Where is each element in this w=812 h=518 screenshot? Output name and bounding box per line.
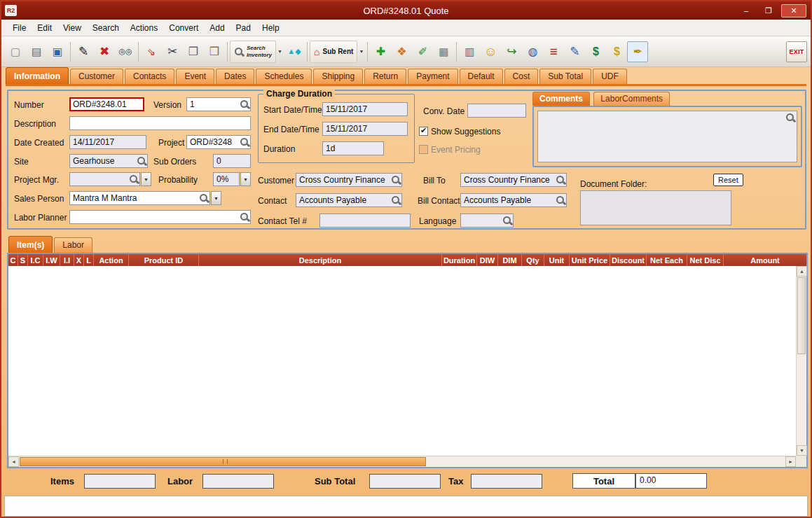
tab-event[interactable]: Event	[176, 69, 214, 84]
version-search-icon[interactable]	[240, 99, 249, 109]
edit-button[interactable]: ✎	[73, 41, 94, 62]
end-datetime-field[interactable]: 15/11/2017	[322, 122, 408, 136]
contact-field[interactable]: Accounts Payable	[296, 193, 402, 207]
sub-rent-button[interactable]: ⌂ Sub Rent	[310, 41, 357, 63]
language-field[interactable]	[460, 214, 514, 227]
menu-actions[interactable]: Actions	[125, 21, 163, 35]
version-field[interactable]: 1	[186, 97, 251, 111]
comments-search-icon[interactable]	[785, 113, 795, 122]
copy-button[interactable]: ❐	[183, 41, 204, 62]
maximize-button[interactable]: ❐	[759, 4, 778, 18]
reset-button[interactable]: Reset	[713, 174, 743, 186]
print-button[interactable]: ▤	[26, 41, 47, 62]
site-search-icon[interactable]	[137, 156, 146, 166]
exit-button[interactable]: EXIT	[786, 41, 807, 62]
search-inventory-dropdown[interactable]: ▼	[276, 41, 284, 62]
customer-search-icon[interactable]	[391, 175, 401, 185]
total-field[interactable]: 0.00	[635, 473, 707, 489]
bill-contact-search-icon[interactable]	[556, 195, 565, 205]
tab-items[interactable]: Item(s)	[8, 236, 53, 253]
site-field[interactable]: Gearhouse	[69, 154, 148, 168]
books-button[interactable]: ≡	[543, 41, 564, 62]
horizontal-scroll-thumb[interactable]	[20, 457, 426, 466]
bill-contact-field[interactable]: Accounts Payable	[460, 193, 567, 207]
contact-search-icon[interactable]	[391, 195, 401, 205]
tab-schedules[interactable]: Schedules	[256, 69, 312, 84]
menu-search[interactable]: Search	[87, 21, 125, 35]
customer-field[interactable]: Cross Country Finance	[296, 173, 402, 187]
tab-udf[interactable]: UDF	[593, 69, 627, 84]
tab-labor-comments[interactable]: LaborComments	[593, 92, 670, 106]
sales-person-dropdown[interactable]: ▼	[211, 191, 221, 205]
probability-dropdown[interactable]: ▼	[240, 172, 251, 186]
paste-button[interactable]: ❒	[204, 41, 225, 62]
menu-add[interactable]: Add	[204, 21, 230, 35]
tax-field[interactable]	[471, 474, 542, 489]
tab-default[interactable]: Default	[460, 69, 503, 84]
fax-button[interactable]: ▥	[459, 41, 480, 62]
start-datetime-field[interactable]: 15/11/2017	[322, 102, 408, 116]
description-field[interactable]	[69, 116, 251, 130]
items-total-field[interactable]	[84, 474, 156, 489]
project-mgr-dropdown[interactable]: ▼	[141, 172, 151, 186]
tab-cost[interactable]: Cost	[504, 69, 539, 84]
comments-textarea[interactable]	[537, 111, 797, 162]
post-dollar-button[interactable]: $	[585, 41, 606, 62]
add-button[interactable]: ✚	[370, 41, 391, 62]
tab-customer[interactable]: Customer	[70, 69, 123, 84]
save-button[interactable]: ▣	[47, 41, 68, 62]
date-created-field[interactable]: 14/11/2017	[69, 135, 146, 149]
sub-rent-dropdown[interactable]: ▼	[357, 41, 365, 62]
items-table-body[interactable]	[8, 266, 796, 456]
close-button[interactable]: ✕	[781, 4, 806, 18]
menu-file[interactable]: File	[7, 21, 32, 35]
menu-convert[interactable]: Convert	[163, 21, 204, 35]
language-search-icon[interactable]	[502, 216, 512, 225]
tab-comments[interactable]: Comments	[532, 92, 590, 106]
scroll-up-button[interactable]: ▲	[797, 266, 807, 276]
tab-contacts[interactable]: Contacts	[125, 69, 174, 84]
menu-pad[interactable]: Pad	[230, 21, 256, 35]
tab-information[interactable]: Information	[6, 67, 69, 84]
globe-button[interactable]: ◍	[522, 41, 543, 62]
vertical-scrollbar[interactable]: ▲ ▼	[796, 266, 806, 456]
menu-help[interactable]: Help	[256, 21, 285, 35]
project-search-icon[interactable]	[240, 137, 249, 147]
group-button[interactable]: ❖	[391, 41, 412, 62]
sales-person-field[interactable]: Mantra M Mantra	[69, 191, 210, 205]
menu-view[interactable]: View	[57, 21, 87, 35]
menu-edit[interactable]: Edit	[32, 21, 57, 35]
document-folder-box[interactable]	[580, 190, 731, 225]
project-mgr-search-icon[interactable]	[129, 174, 139, 184]
key-tool-button[interactable]: ✒	[627, 41, 648, 62]
tab-dates[interactable]: Dates	[216, 69, 254, 84]
shapes-button[interactable]: ▲◆	[284, 41, 305, 62]
note-button[interactable]: ✐	[412, 41, 433, 62]
grid-button[interactable]: ▦	[433, 41, 454, 62]
minimize-button[interactable]: –	[736, 4, 756, 18]
probability-field[interactable]: 0%	[213, 172, 240, 186]
sub-total-field[interactable]	[369, 474, 441, 489]
project-field[interactable]: ORD#3248	[186, 135, 251, 149]
new-document-button[interactable]: ▢	[5, 41, 26, 62]
sales-person-search-icon[interactable]	[199, 193, 209, 203]
labor-planner-search-icon[interactable]	[240, 212, 249, 222]
bill-to-search-icon[interactable]	[556, 175, 565, 185]
cut-button[interactable]: ✂	[162, 41, 183, 62]
duration-field[interactable]: 1d	[322, 141, 384, 155]
find-button[interactable]: ◎◎	[115, 41, 136, 62]
tab-return[interactable]: Return	[364, 69, 406, 84]
tab-sub-total[interactable]: Sub Total	[539, 69, 591, 84]
conv-date-field[interactable]	[467, 104, 526, 118]
dollar-list-button[interactable]: $	[606, 41, 627, 62]
shortcut-button[interactable]: ↪	[501, 41, 522, 62]
horizontal-scrollbar[interactable]: ◄ ►	[8, 456, 796, 467]
tab-shipping[interactable]: Shipping	[313, 69, 363, 84]
scroll-right-button[interactable]: ►	[785, 456, 796, 467]
labor-total-field[interactable]	[202, 474, 274, 489]
scroll-left-button[interactable]: ◄	[8, 456, 19, 467]
tab-labor[interactable]: Labor	[54, 237, 92, 253]
tab-payment[interactable]: Payment	[408, 69, 457, 84]
contact-tel-field[interactable]	[319, 214, 411, 227]
export-button[interactable]: ⇘	[141, 41, 162, 62]
